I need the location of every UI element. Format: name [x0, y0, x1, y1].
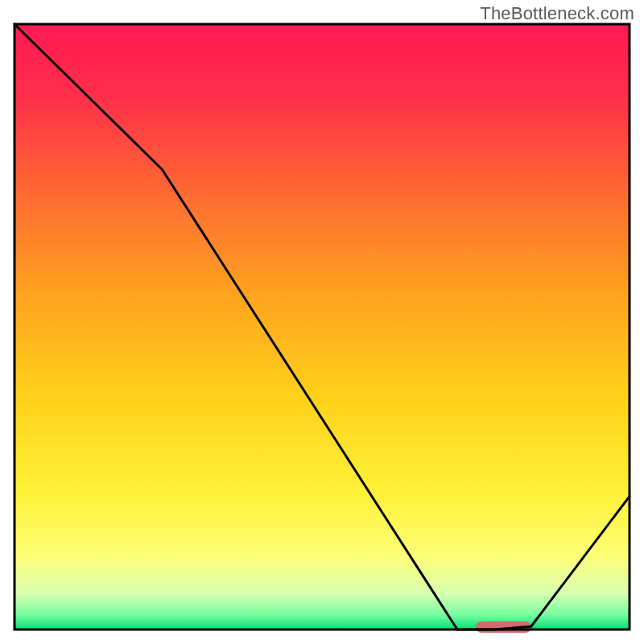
- chart-container: TheBottleneck.com: [0, 0, 644, 644]
- bottleneck-chart: [0, 0, 644, 644]
